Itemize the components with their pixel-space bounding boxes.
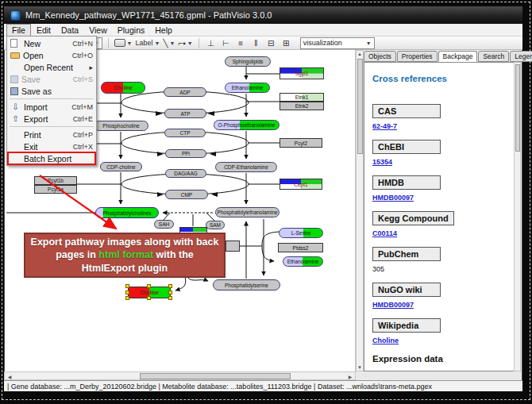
crossref-section-nugo-wiki: NuGO wikiHMDB00097 (372, 283, 512, 309)
pathway-node-adp[interactable]: ADP (164, 87, 206, 97)
distribute-rows-button[interactable]: ≡ (235, 37, 247, 48)
pathway-node-ethanolamine-bottom[interactable]: Ethanolamine (283, 256, 323, 267)
selection-handle[interactable] (125, 296, 129, 300)
backpage-panel: Cross references CAS62-49-7ChEBI15354HMD… (364, 62, 521, 371)
menu-help[interactable]: Help (150, 25, 177, 36)
crossref-link[interactable]: 15354 (372, 158, 512, 166)
gene-node-tool-button[interactable]: ▼ (114, 37, 133, 48)
pathway-node-pisd[interactable] (226, 240, 240, 252)
scrollbar-thumb[interactable] (357, 59, 363, 154)
scroll-right-icon[interactable]: ▶ (347, 374, 353, 379)
menu-file[interactable]: File (6, 24, 31, 37)
pathway-node-pcyt2[interactable]: Pcyt2 (279, 138, 322, 148)
file-menu-item-batch-export[interactable]: Batch Export (8, 152, 95, 164)
pathway-node-sgpl1[interactable]: Sgpl1 (279, 67, 324, 79)
crossref-link[interactable]: 62-49-7 (372, 122, 512, 130)
pathway-node-ppi[interactable]: PPi (165, 149, 206, 158)
menu-view[interactable]: View (84, 25, 112, 36)
selection-handle[interactable] (168, 284, 172, 288)
scroll-down-icon[interactable]: ▼ (357, 365, 363, 370)
pathway-node-pcyt1a[interactable]: Pcyt1a (34, 185, 77, 194)
file-menu-item-import[interactable]: ImportCtrl+M (8, 101, 95, 113)
scroll-left-icon[interactable]: ◀ (6, 374, 13, 379)
crossref-section-chebi: ChEBI15354 (372, 140, 512, 166)
pathway-node-etnk2[interactable]: Etnk2 (279, 102, 324, 110)
pathway-node-phosphatidylethanolamine[interactable]: Phosphatidylethanolamine (215, 207, 279, 217)
connector-tool-button[interactable]: ⌐▪ ▼ (178, 37, 192, 48)
crossref-link[interactable]: C00114 (372, 229, 512, 237)
scroll-up-icon[interactable]: ▲ (357, 52, 363, 56)
pathway-node-l-serine[interactable]: L-Serine (279, 228, 323, 238)
crossref-link[interactable]: HMDB00097 (372, 194, 512, 202)
blank-icon (10, 142, 21, 152)
pathway-node-phosphocholine[interactable]: Phosphocholine (94, 121, 148, 131)
pathway-node-ptdss2[interactable]: Ptdss2 (278, 243, 323, 252)
crossref-link[interactable]: Choline (372, 337, 512, 344)
pathway-node-phosphatidylserine[interactable]: Phosphatidylserine (213, 279, 280, 290)
tab-properties[interactable]: Properties (397, 51, 438, 62)
pathway-node-o-phosphoethanolamine[interactable]: O-Phosphoethanolamine (214, 120, 279, 130)
visualization-combobox[interactable]: visualization ▼ (300, 37, 375, 49)
selection-handle[interactable] (147, 296, 151, 300)
line-tool-button[interactable]: ╲ ▼ (163, 37, 175, 48)
pathway-node-ctp[interactable]: CTP (164, 129, 206, 137)
pathway-node-cdp-ethanolamine[interactable]: CDP-Ethanolamine (215, 162, 277, 172)
file-menu-item-open-recent[interactable]: Open Recent▸ (8, 61, 95, 73)
tab-search[interactable]: Search (478, 51, 509, 62)
file-menu-item-save[interactable]: SaveCtrl+S (8, 73, 95, 85)
crossref-link[interactable]: HMDB00097 (372, 301, 512, 309)
pathway-node-phosphatidylcholines[interactable]: Phosphatidylcholines (95, 207, 159, 218)
file-menu-item-export[interactable]: ExportCtrl+E (8, 113, 95, 125)
scrollbar-thumb[interactable] (515, 64, 520, 152)
align-middle-icon: ⊢ (222, 39, 229, 48)
pathway-node-sah[interactable]: SAH (154, 220, 174, 229)
pathway-node-sam[interactable]: SAM (206, 221, 225, 229)
tab-legend[interactable]: Legend (510, 51, 532, 62)
crossref-section-kegg-compound: Kegg CompoundC00114 (372, 211, 512, 237)
selection-handle[interactable] (147, 284, 151, 288)
scrollbar-thumb[interactable] (140, 373, 291, 379)
pathway-node-atp[interactable]: ATP (164, 109, 206, 118)
tab-backpage[interactable]: Backpage (438, 51, 478, 62)
stack-vertical-button[interactable]: ⊟ (265, 37, 277, 48)
file-menu-item-open[interactable]: OpenCtrl+O (8, 49, 95, 61)
menu-shortcut: Ctrl+S (73, 75, 93, 83)
panel-vertical-scrollbar[interactable] (514, 62, 521, 371)
crossref-section-wikipedia: WikipediaCholine (372, 318, 512, 344)
blank-icon (10, 130, 21, 140)
selection-handle[interactable] (168, 296, 172, 300)
pathway-node-cmp[interactable]: CMP (165, 190, 208, 199)
file-menu-item-save-as[interactable]: Save as (8, 85, 95, 97)
pathway-node-choline-top[interactable]: Choline (101, 82, 145, 94)
pathway-node-dag-aag[interactable]: DAG/AAG (165, 169, 206, 178)
canvas-horizontal-scrollbar[interactable]: ◀ ▶ (4, 371, 356, 380)
tab-objects[interactable]: Objects (364, 51, 396, 62)
menu-edit[interactable]: Edit (32, 25, 56, 36)
label-tool-button[interactable]: Label ▼ (135, 37, 160, 48)
selection-handle[interactable] (125, 284, 129, 288)
pathway-node-ethanolamine-top[interactable]: Ethanolamine (225, 83, 270, 93)
file-menu-item-new[interactable]: NewCtrl+N (8, 37, 95, 49)
align-middle-button[interactable]: ⊢ (220, 37, 232, 48)
menu-data[interactable]: Data (56, 25, 83, 36)
stack-horizontal-button[interactable]: ⊞ (280, 37, 292, 48)
file-menu-item-exit[interactable]: ExitCtrl+X (8, 140, 95, 152)
canvas-vertical-scrollbar[interactable]: ▲ ▼ (356, 50, 364, 371)
crossref-heading: Cross references (372, 74, 512, 83)
pathway-node-cept1[interactable]: Cept1 (279, 179, 322, 190)
annotation-line3: HtmlExport plugin (25, 262, 224, 275)
file-menu-item-print[interactable]: PrintCtrl+P (8, 129, 95, 140)
pathway-node-cdp-choline[interactable]: CDP-choline (100, 162, 142, 171)
selection-handle[interactable] (125, 290, 129, 294)
pathway-node-sphingolipids[interactable]: Sphingolipids (225, 56, 271, 67)
align-center-button[interactable]: ⊥ (205, 37, 217, 48)
distribute-columns-button[interactable]: ‖ (250, 37, 262, 48)
menu-plugins[interactable]: Plugins (113, 25, 149, 36)
pathway-node-etnk1[interactable]: Etnk1 (279, 93, 324, 102)
crossref-section-title: HMDB (372, 175, 441, 190)
pathway-node-pcyt1b[interactable]: Pcyt1b (34, 176, 77, 185)
distribute-columns-icon: ‖ (254, 39, 257, 48)
selection-handle[interactable] (168, 290, 172, 294)
align-center-icon: ⊥ (207, 39, 214, 48)
chevron-down-icon: ▼ (169, 40, 175, 46)
